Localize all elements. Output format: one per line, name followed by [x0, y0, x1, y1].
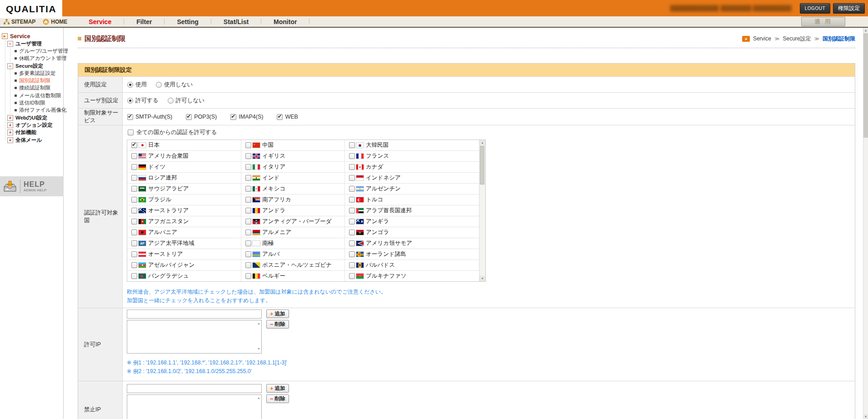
country-checkbox[interactable]	[131, 175, 137, 181]
nav-tab-service[interactable]: Service	[76, 18, 124, 25]
country-checkbox[interactable]	[131, 153, 137, 159]
country-list-scrollbar[interactable]: ▲ ▼	[479, 140, 485, 281]
country-checkbox[interactable]	[245, 262, 251, 268]
page-scrollbar[interactable]: ▲ ▼	[863, 28, 868, 419]
country-checkbox[interactable]	[131, 240, 137, 246]
country-checkbox[interactable]	[245, 142, 251, 148]
nav-tab-setting[interactable]: Setting	[165, 18, 210, 25]
country-checkbox[interactable]	[131, 273, 137, 279]
breadcrumb-item[interactable]: Secure設定	[783, 35, 811, 43]
sidebar-group-WebのUI設定[interactable]: +WebのUI設定	[0, 114, 63, 121]
deny-ip-list[interactable]	[127, 394, 262, 419]
nav-tab-filter[interactable]: Filter	[124, 18, 164, 25]
breadcrumb-item[interactable]: Service	[753, 35, 771, 42]
country-checkbox[interactable]	[131, 142, 137, 148]
admin-help-panel[interactable]: HELP ADMIN HELP	[0, 176, 64, 196]
service-option-3[interactable]: WEB	[277, 114, 298, 120]
usage-option-1[interactable]: 使用しない	[156, 81, 193, 89]
country-checkbox[interactable]	[245, 164, 251, 170]
per-user-option-1[interactable]: 許可しない	[168, 97, 205, 105]
country-checkbox[interactable]	[349, 186, 355, 192]
allow-all-countries-checkbox[interactable]	[128, 130, 134, 135]
country-checkbox[interactable]	[349, 208, 355, 214]
country-checkbox[interactable]	[245, 273, 251, 279]
country-checkbox[interactable]	[349, 197, 355, 203]
sidebar-item-グループ/ユーザ管理[interactable]: グループ/ユーザ管理	[10, 47, 63, 55]
sitemap-link[interactable]: SITEMAP	[4, 19, 35, 25]
country-checkbox[interactable]	[131, 219, 137, 224]
service-option-2[interactable]: IMAP4(S)	[230, 114, 263, 120]
allow-ip-input[interactable]	[127, 309, 262, 319]
sidebar-item-接続認証制限[interactable]: 接続認証制限	[10, 85, 63, 92]
country-checkbox[interactable]	[349, 240, 355, 246]
tree-expand-icon[interactable]: ▶	[2, 33, 8, 39]
sidebar-group-ユーザ管理[interactable]: −ユーザ管理	[0, 40, 63, 47]
service-option-1[interactable]: POP3(S)	[186, 114, 217, 120]
country-checkbox[interactable]	[131, 229, 137, 235]
sidebar-item-送信ID制限[interactable]: 送信ID制限	[10, 99, 63, 106]
nav-tab-monitor[interactable]: Monitor	[261, 18, 309, 25]
scroll-up-icon[interactable]: ▲	[479, 140, 485, 145]
country-checkbox[interactable]	[131, 164, 137, 170]
home-link[interactable]: HOME	[43, 19, 67, 25]
country-checkbox[interactable]	[245, 186, 251, 192]
collapse-icon[interactable]: −	[7, 63, 13, 69]
nav-tab-stat-list[interactable]: Stat/List	[211, 18, 261, 25]
breadcrumb-icon[interactable]: »	[742, 36, 750, 42]
deny-ip-delete-button[interactable]: − 削除	[266, 394, 289, 403]
sidebar-item-多要素認証設定[interactable]: 多要素認証設定	[10, 70, 63, 77]
country-checkbox[interactable]	[131, 262, 137, 268]
country-checkbox[interactable]	[245, 175, 251, 181]
allow-ip-add-button[interactable]: + 追加	[266, 309, 289, 318]
country-checkbox[interactable]	[349, 219, 355, 224]
sidebar-root-service[interactable]: ▶Service	[0, 32, 63, 40]
per-user-radio-0[interactable]	[127, 98, 133, 104]
expand-icon[interactable]: +	[7, 122, 13, 128]
allow-all-countries-option[interactable]: 全ての国からの認証を許可する	[128, 129, 217, 136]
sidebar-item-メール送信数制限[interactable]: メール送信数制限	[10, 92, 63, 99]
deny-ip-input[interactable]	[127, 384, 262, 393]
scrollbar-thumb[interactable]	[480, 146, 484, 185]
country-checkbox[interactable]	[131, 197, 137, 203]
country-checkbox[interactable]	[245, 197, 251, 203]
expand-icon[interactable]: +	[7, 137, 13, 143]
country-checkbox[interactable]	[245, 229, 251, 235]
service-checkbox-2[interactable]	[230, 114, 236, 120]
sidebar-group-オプション設定[interactable]: +オプション設定	[0, 121, 63, 129]
service-checkbox-3[interactable]	[277, 114, 283, 120]
deny-ip-add-button[interactable]: + 追加	[266, 384, 289, 393]
collapse-icon[interactable]: −	[7, 41, 13, 47]
sidebar-item-休眠アカウント管理[interactable]: 休眠アカウント管理	[10, 55, 63, 62]
scrollbar-thumb[interactable]	[863, 33, 868, 138]
country-checkbox[interactable]	[245, 240, 251, 246]
sidebar-group-全体メール[interactable]: +全体メール	[0, 136, 63, 144]
usage-radio-1[interactable]	[156, 82, 162, 88]
service-option-0[interactable]: SMTP-Auth(S)	[127, 114, 172, 120]
country-checkbox[interactable]	[349, 164, 355, 170]
allow-ip-list[interactable]	[127, 320, 262, 354]
sidebar-group-Secure設定[interactable]: −Secure設定	[0, 62, 63, 70]
country-checkbox[interactable]	[131, 208, 137, 214]
country-checkbox[interactable]	[245, 219, 251, 224]
country-checkbox[interactable]	[349, 251, 355, 257]
country-checkbox[interactable]	[131, 251, 137, 257]
sidebar-group-付加機能[interactable]: +付加機能	[0, 129, 63, 136]
sidebar-item-国別認証制限[interactable]: 国別認証制限	[10, 77, 63, 84]
logout-button[interactable]: LOGOUT	[800, 3, 830, 14]
country-checkbox[interactable]	[349, 229, 355, 235]
allow-ip-delete-button[interactable]: − 削除	[266, 320, 289, 329]
usage-radio-0[interactable]	[127, 82, 133, 88]
country-checkbox[interactable]	[349, 273, 355, 279]
scroll-down-icon[interactable]: ▼	[863, 414, 868, 419]
service-checkbox-0[interactable]	[127, 114, 133, 120]
sidebar-item-添付ファイル画像化[interactable]: 添付ファイル画像化	[10, 107, 63, 114]
expand-icon[interactable]: +	[7, 130, 13, 135]
country-checkbox[interactable]	[245, 153, 251, 159]
country-checkbox[interactable]	[349, 262, 355, 268]
apply-button[interactable]: 適 用	[801, 17, 845, 26]
scroll-down-icon[interactable]: ▼	[479, 276, 485, 281]
permission-settings-button[interactable]: 権限設定	[833, 3, 865, 14]
per-user-radio-1[interactable]	[168, 98, 174, 104]
country-checkbox[interactable]	[349, 153, 355, 159]
service-checkbox-1[interactable]	[186, 114, 192, 120]
